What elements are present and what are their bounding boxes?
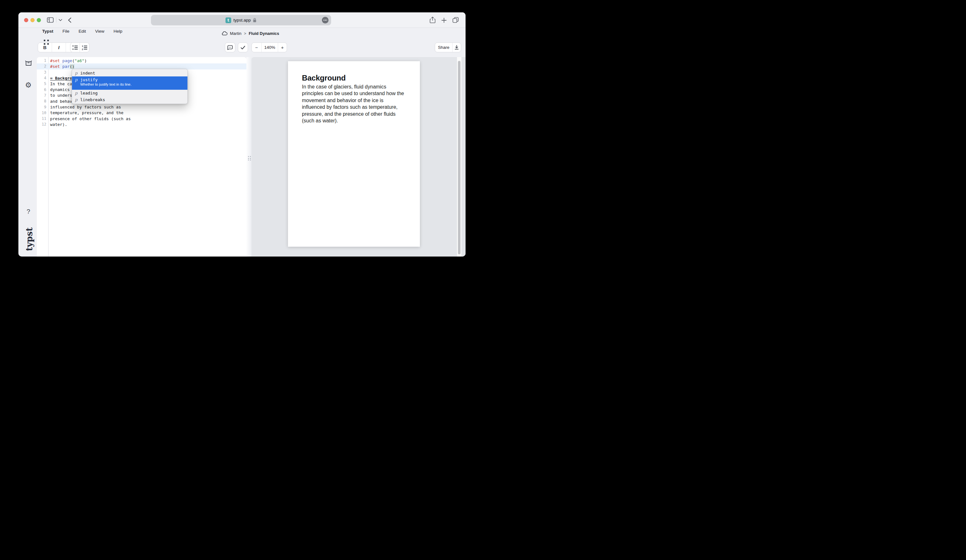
sidebar-toggle-icon[interactable] [47, 17, 54, 23]
breadcrumb-separator: > [244, 31, 246, 36]
preview-page: Background In the case of glaciers, flui… [288, 61, 420, 247]
divider-drag-handle[interactable] [248, 156, 251, 161]
zoom-out-button[interactable]: − [252, 43, 262, 52]
line-number: 7 [37, 93, 46, 98]
tab-overview-icon[interactable] [453, 17, 458, 23]
typst-favicon-icon: t [225, 18, 231, 23]
preview-body-text: In the case of glaciers, fluid dynamicsp… [302, 84, 408, 125]
new-tab-icon[interactable] [442, 18, 447, 23]
comment-icon [227, 45, 233, 50]
code-line[interactable]: 9influenced by factors such as [37, 104, 246, 110]
parameter-kind-icon: p [75, 91, 77, 95]
browser-window: t typst.app [18, 12, 465, 256]
page-options-icon[interactable] [322, 17, 329, 23]
gear-icon[interactable]: ⚙ [25, 82, 32, 89]
autocomplete-item-indent[interactable]: pindent [72, 70, 187, 76]
line-number: 6 [37, 87, 46, 92]
preview-heading: Background [302, 73, 408, 83]
parameter-kind-icon: p [75, 71, 77, 76]
code-line[interactable]: 2#set par() [37, 63, 246, 69]
svg-text:1: 1 [82, 45, 83, 48]
close-window-button[interactable] [24, 18, 28, 22]
breadcrumb-workspace[interactable]: Martin [230, 31, 242, 36]
cloud-icon [222, 31, 227, 36]
preview-scrollbar-track[interactable] [457, 57, 462, 256]
check-icon [240, 45, 245, 50]
menu-item-help[interactable]: Help [113, 29, 122, 34]
parameter-kind-icon: p [75, 77, 77, 82]
breadcrumb[interactable]: Martin > Fluid Dynamics [222, 31, 279, 36]
list-format-group: 1 2 [70, 43, 89, 53]
screenshot-stage: t typst.app [0, 0, 483, 280]
menu-item-file[interactable]: File [62, 29, 69, 34]
italic-button[interactable]: I [52, 43, 66, 52]
bullet-list-button[interactable] [71, 43, 80, 52]
menu-item-typst[interactable]: Typst [42, 29, 53, 34]
approve-group [238, 43, 248, 53]
lock-icon [253, 18, 256, 23]
code-text: #set par() [50, 64, 74, 69]
app-grid-icon[interactable] [44, 39, 49, 45]
preview-scrollbar-thumb[interactable] [458, 61, 460, 254]
back-icon[interactable] [68, 18, 71, 23]
code-line[interactable]: 10temperature, pressure, and the [37, 110, 246, 116]
autocomplete-item-justify[interactable]: pjustifyWhether to justify text in its l… [72, 76, 187, 90]
code-text: presence of other fluids (such as [50, 117, 131, 121]
zoom-window-button[interactable] [37, 18, 41, 22]
share-button[interactable]: Share [435, 43, 453, 52]
download-button[interactable] [453, 43, 461, 52]
line-number: 4 [37, 76, 46, 80]
comments-group [225, 43, 235, 53]
numbered-list-icon: 1 2 [82, 45, 87, 50]
zoom-level-value[interactable]: 140% [262, 43, 278, 52]
download-icon [455, 45, 459, 50]
autocomplete-popup: pindentpjustifyWhether to justify text i… [72, 69, 188, 104]
autocomplete-label: indent [80, 71, 95, 76]
zoom-control-group: − 140% + [251, 43, 287, 53]
browser-chrome: t typst.app [18, 12, 465, 28]
chevron-down-icon[interactable] [59, 19, 62, 21]
autocomplete-item-leading[interactable]: pleading [72, 90, 187, 96]
menu-bar: TypstFileEditViewHelp [42, 29, 122, 34]
pane-divider[interactable] [246, 57, 251, 256]
comment-button[interactable] [225, 43, 235, 52]
line-number: 8 [37, 99, 46, 103]
help-icon[interactable]: ? [26, 208, 30, 215]
code-text: water). [50, 122, 67, 127]
autocomplete-description: Whether to justify text in its line. [80, 82, 131, 86]
breadcrumb-document[interactable]: Fluid Dynamics [249, 31, 279, 36]
line-number: 5 [37, 82, 46, 86]
autocomplete-item-linebreaks[interactable]: plinebreaks [72, 96, 187, 103]
share-group: Share [435, 43, 461, 53]
numbered-list-button[interactable]: 1 2 [80, 43, 89, 52]
bullet-list-icon [72, 45, 78, 50]
code-text: temperature, pressure, and the [50, 110, 123, 115]
address-bar[interactable]: t typst.app [151, 15, 331, 25]
line-number: 1 [37, 58, 46, 63]
menu-item-edit[interactable]: Edit [79, 29, 86, 34]
parameter-kind-icon: p [75, 97, 77, 102]
line-number: 11 [37, 117, 46, 121]
line-number: 10 [37, 111, 46, 115]
files-box-icon[interactable] [25, 60, 32, 67]
code-text: influenced by factors such as [50, 105, 121, 109]
line-number: 9 [37, 105, 46, 109]
autocomplete-label: leading [80, 91, 98, 95]
line-number: 3 [37, 70, 46, 74]
autocomplete-label: justify [80, 77, 131, 82]
minimize-window-button[interactable] [30, 18, 34, 22]
autocomplete-label: linebreaks [80, 97, 105, 102]
code-text: #set page("a6") [50, 58, 87, 63]
chrome-divider [56, 18, 56, 23]
preview-pane[interactable]: Background In the case of glaciers, flui… [251, 57, 465, 256]
browser-share-icon[interactable] [430, 16, 435, 23]
zoom-in-button[interactable]: + [278, 43, 287, 52]
code-line[interactable]: 1#set page("a6") [37, 58, 246, 63]
svg-text:2: 2 [82, 48, 83, 50]
line-number: 2 [37, 64, 46, 69]
code-line[interactable]: 11presence of other fluids (such as [37, 116, 246, 122]
menu-item-view[interactable]: View [95, 29, 104, 34]
line-number: 12 [37, 122, 46, 126]
check-button[interactable] [238, 43, 248, 52]
code-line[interactable]: 12water). [37, 122, 246, 127]
